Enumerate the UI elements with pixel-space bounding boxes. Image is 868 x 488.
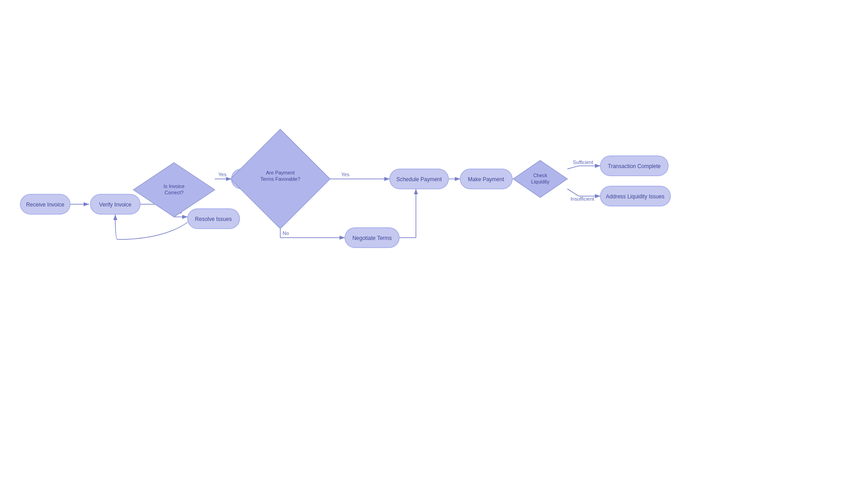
label-terms-1: Are Payment	[266, 170, 295, 175]
label-transaction-complete: Transaction Complete	[608, 163, 661, 169]
label-terms-2: Terms Favorable?	[260, 176, 300, 182]
label-schedule-payment: Schedule Payment	[396, 176, 442, 183]
label-negotiate-terms: Negotiate Terms	[352, 235, 392, 241]
edge-label-insufficient: Insufficient	[571, 196, 594, 202]
svg-rect-1	[0, 0, 868, 488]
label-is-invoice-correct-2: Correct?	[165, 190, 184, 195]
label-resolve-issues: Resolve Issues	[195, 216, 231, 222]
label-receive-invoice: Receive Invoice	[26, 202, 65, 208]
label-verify-invoice: Verify Invoice	[99, 202, 132, 208]
label-is-invoice-correct-1: Is Invoice	[164, 183, 184, 189]
label-address-liquidity: Address Liquidity Issues	[606, 193, 664, 200]
label-make-payment: Make Payment	[468, 176, 505, 183]
label-check-liq-2: Liquidity	[531, 179, 550, 184]
label-check-liq-1: Check	[533, 173, 547, 178]
edge-label-yes2: Yes	[341, 172, 349, 177]
edge-label-no2: No	[283, 230, 289, 236]
edge-label-yes1: Yes	[218, 172, 226, 177]
edge-label-sufficient: Sufficient	[573, 160, 593, 165]
